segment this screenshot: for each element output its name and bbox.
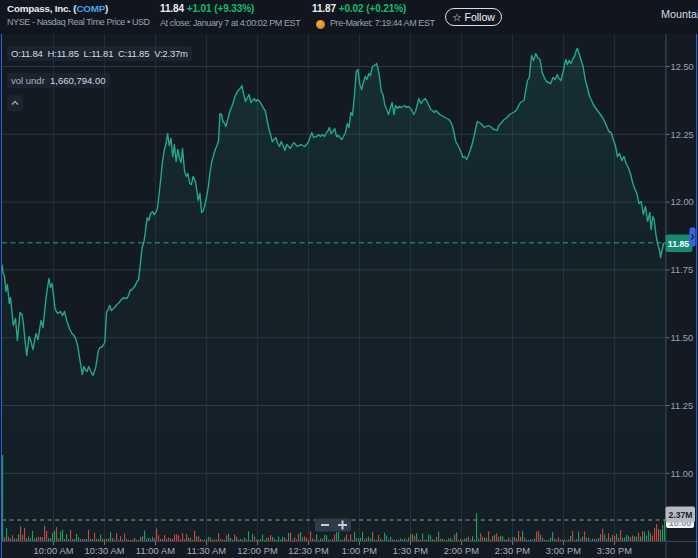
svg-text:12:30 PM: 12:30 PM bbox=[288, 545, 329, 555]
svg-text:2:00 PM: 2:00 PM bbox=[444, 545, 479, 555]
svg-text:12.00: 12.00 bbox=[671, 197, 694, 207]
svg-text:1:00 PM: 1:00 PM bbox=[342, 545, 377, 555]
svg-text:1:30 PM: 1:30 PM bbox=[393, 545, 428, 555]
svg-text:11.75: 11.75 bbox=[671, 265, 694, 275]
svg-text:11.25: 11.25 bbox=[671, 400, 694, 410]
svg-text:11.00: 11.00 bbox=[671, 468, 694, 478]
svg-text:2.37M: 2.37M bbox=[669, 510, 693, 520]
svg-text:11.50: 11.50 bbox=[671, 333, 694, 343]
svg-text:10:30 AM: 10:30 AM bbox=[84, 545, 124, 555]
svg-text:12:00 PM: 12:00 PM bbox=[237, 545, 278, 555]
svg-text:2:30 PM: 2:30 PM bbox=[495, 545, 530, 555]
svg-text:12.25: 12.25 bbox=[671, 129, 694, 139]
svg-text:3:30 PM: 3:30 PM bbox=[597, 545, 632, 555]
svg-text:11:00 AM: 11:00 AM bbox=[136, 545, 175, 555]
svg-text:11.85: 11.85 bbox=[668, 238, 690, 248]
svg-text:10:00 AM: 10:00 AM bbox=[33, 545, 73, 555]
svg-text:3:00 PM: 3:00 PM bbox=[546, 545, 581, 555]
svg-text:12.50: 12.50 bbox=[671, 61, 694, 71]
svg-text:11:30 AM: 11:30 AM bbox=[187, 545, 226, 555]
